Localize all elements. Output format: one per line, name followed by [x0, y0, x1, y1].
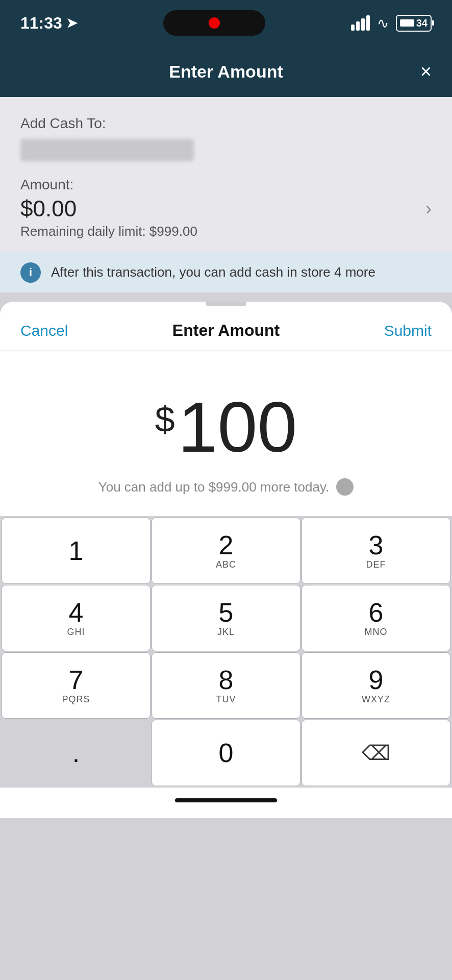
- key-5[interactable]: 5 JKL: [152, 585, 300, 651]
- status-time: 11:33 ➤: [20, 14, 78, 33]
- background-content: Add Cash To: Amount: $0.00 › Remaining d…: [0, 97, 452, 252]
- keypad-row-2: 4 GHI 5 JKL 6 MNO: [1, 584, 451, 652]
- status-icons: ∿ 34: [351, 15, 432, 32]
- home-bar: [175, 798, 277, 802]
- key-4[interactable]: 4 GHI: [2, 585, 150, 651]
- entered-amount: 100: [178, 391, 297, 463]
- amount-label: Amount:: [20, 177, 432, 193]
- app-header: Enter Amount ×: [0, 46, 452, 97]
- location-icon: ➤: [66, 15, 78, 31]
- limit-indicator: You can add up to $999.00 more today.: [98, 478, 354, 496]
- info-banner: i After this transaction, you can add ca…: [0, 252, 452, 292]
- time-display: 11:33: [20, 14, 62, 33]
- keypad-row-3: 7 PQRS 8 TUV 9 WXYZ: [1, 652, 451, 719]
- sheet-header: Cancel Enter Amount Submit: [0, 306, 452, 351]
- key-3[interactable]: 3 DEF: [302, 518, 450, 584]
- keypad-row-4: . 0 ⌫: [1, 719, 451, 787]
- signal-icon: [351, 15, 370, 31]
- daily-limit-text: Remaining daily limit: $999.00: [20, 224, 432, 239]
- key-6[interactable]: 6 MNO: [302, 585, 450, 651]
- cancel-button[interactable]: Cancel: [20, 322, 68, 339]
- amount-value: $0.00: [20, 196, 77, 222]
- sheet-handle: [206, 302, 246, 306]
- key-decimal[interactable]: .: [2, 720, 150, 786]
- key-backspace[interactable]: ⌫: [302, 720, 450, 786]
- key-9[interactable]: 9 WXYZ: [302, 652, 450, 719]
- keypad-row-1: 1 2 ABC 3 DEF: [1, 517, 451, 584]
- key-8[interactable]: 8 TUV: [152, 652, 300, 719]
- battery-level: 34: [416, 17, 428, 29]
- key-1[interactable]: 1: [2, 518, 150, 584]
- wifi-icon: ∿: [377, 15, 389, 32]
- add-cash-label: Add Cash To:: [20, 115, 432, 132]
- amount-section: Amount: $0.00 › Remaining daily limit: $…: [20, 177, 432, 239]
- status-bar: 11:33 ➤ ∿ 34: [0, 0, 452, 46]
- battery-icon: 34: [396, 15, 432, 32]
- record-indicator: [209, 17, 220, 29]
- account-name-blurred: [20, 139, 194, 161]
- key-7[interactable]: 7 PQRS: [2, 652, 150, 719]
- amount-display-area: $ 100 You can add up to $999.00 more tod…: [0, 351, 452, 516]
- limit-text: You can add up to $999.00 more today.: [98, 479, 329, 495]
- key-0[interactable]: 0: [152, 720, 300, 786]
- amount-row[interactable]: $0.00 ›: [20, 196, 432, 222]
- bottom-sheet: Cancel Enter Amount Submit $ 100 You can…: [0, 302, 452, 818]
- key-2[interactable]: 2 ABC: [152, 518, 300, 584]
- close-button[interactable]: ×: [420, 61, 432, 83]
- chevron-right-icon: ›: [425, 198, 432, 219]
- info-banner-text: After this transaction, you can add cash…: [51, 264, 375, 280]
- currency-sign: $: [155, 402, 175, 437]
- info-icon: i: [20, 262, 41, 283]
- header-title: Enter Amount: [169, 62, 283, 82]
- dynamic-island: [163, 10, 265, 36]
- limit-dot: [336, 478, 354, 496]
- sheet-title: Enter Amount: [172, 321, 280, 340]
- keypad: 1 2 ABC 3 DEF 4 GHI 5 JKL 6 MNO: [0, 516, 452, 788]
- submit-button[interactable]: Submit: [384, 322, 432, 339]
- backspace-icon: ⌫: [362, 741, 391, 765]
- home-indicator: [0, 788, 452, 818]
- amount-display: $ 100: [155, 391, 297, 463]
